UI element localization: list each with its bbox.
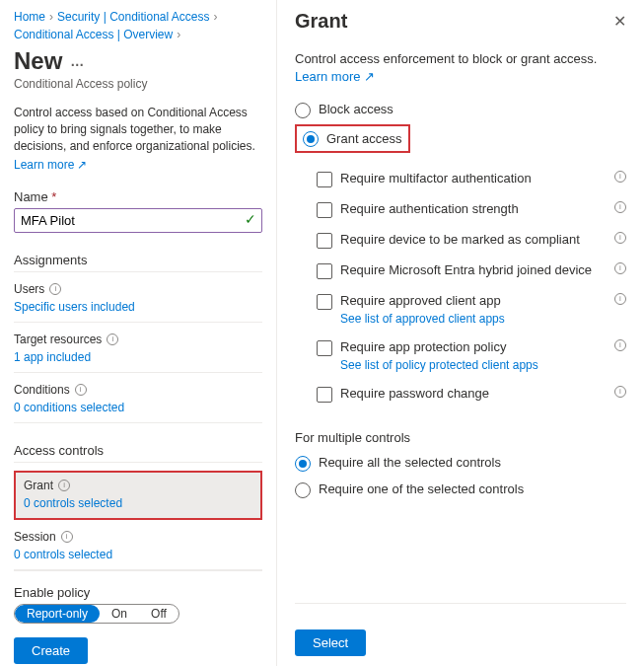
- require-one-label: Require one of the selected controls: [319, 481, 524, 496]
- breadcrumb-security[interactable]: Security | Conditional Access: [57, 10, 210, 24]
- info-icon[interactable]: i: [614, 386, 626, 398]
- info-icon[interactable]: i: [614, 339, 626, 351]
- info-icon[interactable]: i: [614, 232, 626, 244]
- require-hybrid-checkbox[interactable]: Require Microsoft Entra hybrid joined de…: [317, 262, 614, 279]
- enable-policy-toggle[interactable]: Report-only On Off: [14, 604, 179, 624]
- enable-policy-label: Enable policy: [14, 585, 262, 600]
- more-actions-icon[interactable]: …: [70, 53, 84, 69]
- assignments-heading: Assignments: [14, 253, 262, 272]
- learn-more-text: Learn more: [14, 158, 74, 172]
- checkbox-icon: [317, 233, 332, 249]
- grant-panel: Grant ✕ Control access enforcement to bl…: [276, 0, 644, 666]
- toggle-off[interactable]: Off: [139, 605, 179, 623]
- require-password-label: Require password change: [340, 386, 489, 403]
- radio-icon: [303, 131, 319, 147]
- info-icon[interactable]: i: [614, 201, 626, 213]
- require-all-label: Require all the selected controls: [319, 455, 501, 470]
- toggle-on[interactable]: On: [100, 605, 139, 623]
- chevron-right-icon: ›: [214, 10, 218, 24]
- external-link-icon: ↗: [364, 69, 375, 84]
- access-controls-heading: Access controls: [14, 443, 262, 463]
- require-hybrid-label: Require Microsoft Entra hybrid joined de…: [340, 262, 592, 279]
- external-link-icon: ↗: [77, 158, 87, 172]
- require-one-radio[interactable]: Require one of the selected controls: [295, 481, 626, 498]
- grant-access-radio-highlight[interactable]: Grant access: [295, 124, 410, 153]
- checkbox-icon: [317, 172, 332, 187]
- grant-section-highlight[interactable]: Grant i 0 controls selected: [14, 471, 262, 520]
- page-description: Control access based on Conditional Acce…: [14, 105, 262, 154]
- breadcrumb: Home › Security | Conditional Access › C…: [14, 10, 262, 41]
- page-title: New …: [14, 47, 262, 75]
- panel-learn-more-link[interactable]: Learn more ↗: [295, 69, 375, 84]
- require-approved-app-checkbox[interactable]: Require approved client app: [317, 293, 614, 310]
- radio-icon: [295, 482, 311, 498]
- chevron-right-icon: ›: [177, 28, 180, 41]
- valid-check-icon: ✓: [245, 211, 256, 227]
- panel-description: Control access enforcement to block or g…: [295, 50, 626, 86]
- require-password-checkbox[interactable]: Require password change: [317, 386, 614, 403]
- target-resources-link[interactable]: 1 app included: [14, 350, 262, 364]
- learn-more-link[interactable]: Learn more ↗: [14, 158, 262, 172]
- require-compliant-label: Require device to be marked as compliant: [340, 232, 580, 249]
- target-resources-label: Target resources i: [14, 333, 262, 346]
- main-form: Home › Security | Conditional Access › C…: [0, 0, 276, 666]
- page-title-text: New: [14, 47, 62, 75]
- block-access-label: Block access: [319, 102, 394, 116]
- require-mfa-checkbox[interactable]: Require multifactor authentication: [317, 171, 614, 187]
- info-icon[interactable]: i: [58, 480, 70, 491]
- info-icon[interactable]: i: [614, 171, 626, 183]
- radio-icon: [295, 456, 311, 472]
- close-icon[interactable]: ✕: [613, 12, 626, 31]
- require-compliant-checkbox[interactable]: Require device to be marked as compliant: [317, 232, 614, 249]
- breadcrumb-home[interactable]: Home: [14, 10, 45, 24]
- create-button[interactable]: Create: [14, 637, 88, 664]
- conditions-link[interactable]: 0 conditions selected: [14, 401, 262, 414]
- breadcrumb-overview[interactable]: Conditional Access | Overview: [14, 28, 173, 41]
- checkbox-icon: [317, 263, 332, 279]
- info-icon[interactable]: i: [614, 262, 626, 274]
- info-icon[interactable]: i: [61, 531, 73, 543]
- grant-label: Grant i: [24, 479, 252, 492]
- checkbox-icon: [317, 294, 332, 310]
- users-link[interactable]: Specific users included: [14, 300, 262, 314]
- checkbox-icon: [317, 202, 332, 218]
- policy-name-input[interactable]: [14, 208, 262, 233]
- info-icon[interactable]: i: [75, 384, 87, 396]
- multiple-controls-label: For multiple controls: [295, 430, 626, 445]
- require-auth-strength-label: Require authentication strength: [340, 201, 519, 218]
- require-protection-checkbox[interactable]: Require app protection policy: [317, 339, 614, 356]
- chevron-right-icon: ›: [49, 10, 53, 24]
- info-icon[interactable]: i: [614, 293, 626, 305]
- require-protection-label: Require app protection policy: [340, 339, 506, 356]
- users-label: Users i: [14, 282, 262, 296]
- conditions-label: Conditions i: [14, 383, 262, 397]
- checkbox-icon: [317, 387, 332, 403]
- session-label: Session i: [14, 530, 262, 544]
- toggle-report-only[interactable]: Report-only: [15, 605, 100, 623]
- approved-apps-link[interactable]: See list of approved client apps: [340, 312, 626, 326]
- protection-apps-link[interactable]: See list of policy protected client apps: [340, 358, 626, 372]
- session-link[interactable]: 0 controls selected: [14, 548, 262, 561]
- select-button[interactable]: Select: [295, 629, 366, 656]
- name-label: Name *: [14, 189, 262, 204]
- info-icon[interactable]: i: [107, 333, 118, 345]
- page-subtitle: Conditional Access policy: [14, 77, 262, 91]
- require-auth-strength-checkbox[interactable]: Require authentication strength: [317, 201, 614, 218]
- require-mfa-label: Require multifactor authentication: [340, 171, 532, 187]
- block-access-radio[interactable]: Block access: [295, 102, 626, 118]
- checkbox-icon: [317, 340, 332, 356]
- grant-link[interactable]: 0 controls selected: [24, 496, 122, 510]
- grant-access-label: Grant access: [326, 131, 402, 146]
- panel-title: Grant: [295, 10, 347, 33]
- info-icon[interactable]: i: [49, 283, 61, 295]
- require-all-radio[interactable]: Require all the selected controls: [295, 455, 626, 472]
- require-approved-app-label: Require approved client app: [340, 293, 501, 310]
- radio-icon: [295, 103, 311, 118]
